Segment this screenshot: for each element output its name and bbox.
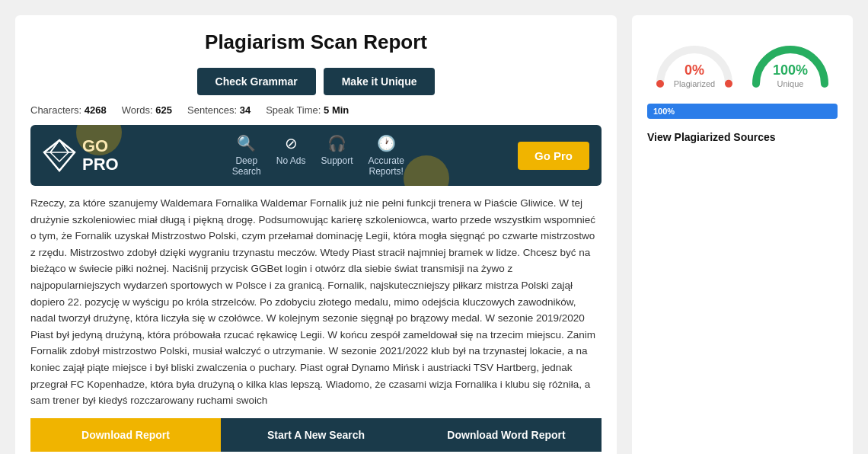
bottom-buttons: Download Report Start A New Search Downl… [30, 418, 602, 452]
text-content-area: Rzeczy, za które szanujemy Waldemara For… [30, 195, 602, 409]
download-word-button[interactable]: Download Word Report [411, 418, 602, 452]
progress-bar-wrapper: 100% [647, 104, 838, 119]
action-buttons: Check Grammar Make it Unique [30, 68, 602, 95]
feature-no-ads: ⊘ No Ads [276, 134, 306, 177]
plagiarized-label-text: Plagiarized [674, 79, 715, 88]
article-text: Rzeczy, za które szanujemy Waldemara For… [30, 195, 598, 409]
make-unique-button[interactable]: Make it Unique [324, 68, 436, 95]
search-icon: 🔍 [237, 134, 256, 152]
check-grammar-button[interactable]: Check Grammar [197, 68, 316, 95]
characters-stat: Characters: 4268 [30, 104, 107, 116]
progress-bar-fill: 100% [647, 104, 838, 119]
new-search-button[interactable]: Start A New Search [221, 418, 411, 452]
diamond-icon [43, 139, 76, 172]
speak-time-stat: Speak Time: 5 Min [266, 104, 349, 116]
page-title: Plagiarism Scan Report [30, 30, 602, 54]
main-content: Plagiarism Scan Report Check Grammar Mak… [15, 15, 617, 454]
stats-bar: Characters: 4268 Words: 625 Sentences: 3… [30, 104, 602, 116]
sidebar: 0% Plagiarized 100% Unique 100% [632, 15, 853, 454]
view-sources-button[interactable]: View Plagiarized Sources [647, 131, 776, 143]
plagiarized-gauge-svg: 0% Plagiarized [653, 30, 736, 91]
page-wrapper: Plagiarism Scan Report Check Grammar Mak… [15, 15, 853, 454]
gauges-row: 0% Plagiarized 100% Unique [647, 30, 838, 91]
unique-pct-text: 100% [773, 62, 808, 78]
go-pro-button[interactable]: Go Pro [518, 142, 589, 170]
plagiarized-pct-text: 0% [685, 62, 704, 78]
accurate-icon: 🕐 [377, 134, 396, 152]
plagiarized-gauge: 0% Plagiarized [653, 30, 736, 91]
svg-marker-1 [50, 140, 69, 161]
gopro-banner: GO PRO 🔍 DeepSearch ⊘ No Ads 🎧 Support [30, 125, 602, 186]
feature-accurate-reports: 🕐 AccurateReports! [369, 134, 404, 177]
svg-marker-0 [44, 140, 75, 171]
support-icon: 🎧 [327, 134, 346, 152]
sentences-stat: Sentences: 34 [187, 104, 251, 116]
download-report-button[interactable]: Download Report [30, 418, 221, 452]
gopro-features: 🔍 DeepSearch ⊘ No Ads 🎧 Support 🕐 Accura… [131, 134, 506, 177]
feature-support: 🎧 Support [321, 134, 353, 177]
feature-deep-search: 🔍 DeepSearch [232, 134, 261, 177]
unique-gauge-svg: 100% Unique [748, 30, 832, 91]
words-stat: Words: 625 [122, 104, 172, 116]
unique-label-text: Unique [777, 79, 804, 88]
no-ads-icon: ⊘ [285, 134, 298, 152]
unique-gauge: 100% Unique [748, 30, 832, 91]
